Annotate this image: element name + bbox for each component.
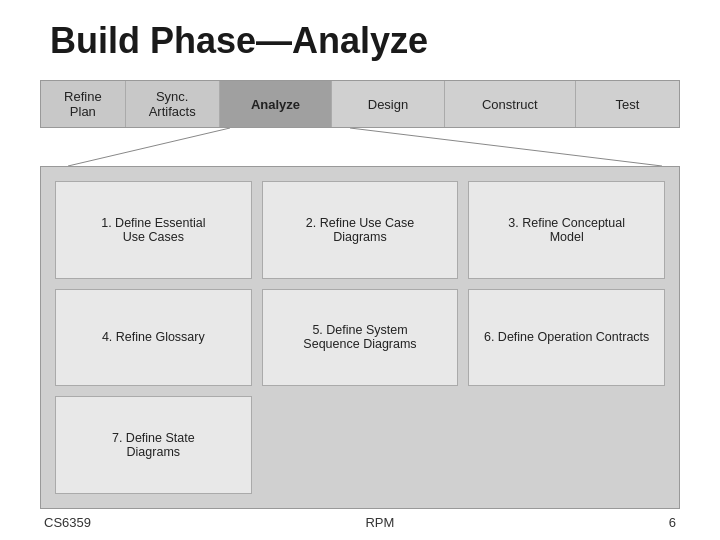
footer-page: 6: [669, 515, 676, 530]
phase-sync-artifacts: Sync.Artifacts: [126, 81, 220, 127]
step-7-label: 7. Define StateDiagrams: [112, 431, 195, 459]
step-5-label: 5. Define SystemSequence Diagrams: [303, 323, 416, 351]
steps-grid: 1. Define EssentialUse Cases 2. Refine U…: [40, 166, 680, 509]
page: Build Phase—Analyze RefinePlan Sync.Arti…: [0, 0, 720, 540]
footer: CS6359 RPM 6: [40, 509, 680, 530]
step-4-label: 4. Refine Glossary: [102, 330, 205, 344]
connector-svg: [40, 128, 680, 166]
svg-line-1: [350, 128, 662, 166]
connector-area: [40, 128, 680, 166]
svg-line-0: [68, 128, 230, 166]
step-4: 4. Refine Glossary: [55, 289, 252, 387]
phase-refine-plan-label: RefinePlan: [64, 89, 102, 119]
phase-refine-plan: RefinePlan: [41, 81, 126, 127]
step-6-label: 6. Define Operation Contracts: [484, 330, 649, 344]
step-7: 7. Define StateDiagrams: [55, 396, 252, 494]
page-title: Build Phase—Analyze: [50, 20, 680, 62]
step-2-label: 2. Refine Use CaseDiagrams: [306, 216, 414, 244]
phase-analyze: Analyze: [220, 81, 333, 127]
step-6: 6. Define Operation Contracts: [468, 289, 665, 387]
step-3-label: 3. Refine ConceptualModel: [508, 216, 625, 244]
phase-test: Test: [576, 81, 679, 127]
step-1-label: 1. Define EssentialUse Cases: [101, 216, 205, 244]
phase-construct: Construct: [445, 81, 576, 127]
step-1: 1. Define EssentialUse Cases: [55, 181, 252, 279]
footer-course: CS6359: [44, 515, 91, 530]
step-3: 3. Refine ConceptualModel: [468, 181, 665, 279]
phase-bar: RefinePlan Sync.Artifacts Analyze Design…: [40, 80, 680, 128]
step-5: 5. Define SystemSequence Diagrams: [262, 289, 459, 387]
footer-center: RPM: [365, 515, 394, 530]
step-empty-2: [468, 396, 665, 494]
phase-design: Design: [332, 81, 445, 127]
phase-construct-label: Construct: [482, 97, 538, 112]
phase-sync-artifacts-label: Sync.Artifacts: [149, 89, 196, 119]
step-2: 2. Refine Use CaseDiagrams: [262, 181, 459, 279]
phase-analyze-label: Analyze: [251, 97, 300, 112]
phase-design-label: Design: [368, 97, 408, 112]
step-empty-1: [262, 396, 459, 494]
phase-test-label: Test: [616, 97, 640, 112]
